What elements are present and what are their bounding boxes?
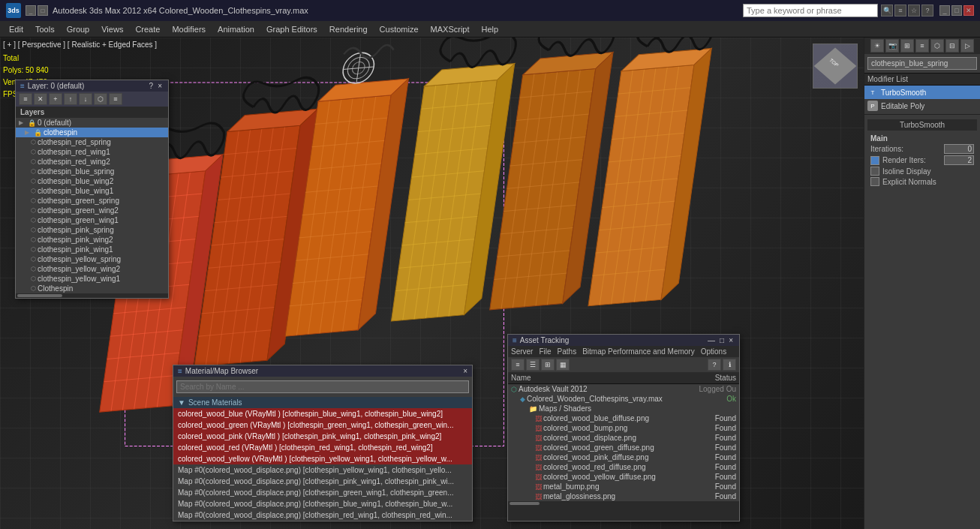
menu-customize[interactable]: Customize [374, 21, 425, 38]
menu-help[interactable]: Help [476, 21, 505, 38]
layer-item-blue-wing2[interactable]: ⬡ clothespin_blue_wing2 [16, 176, 168, 186]
at-menu-paths[interactable]: Paths [558, 347, 577, 356]
at-menu-server[interactable]: Server [511, 347, 533, 356]
rp-btn-layers[interactable]: ≡ [915, 39, 929, 53]
menu-edit[interactable]: Edit [3, 21, 29, 38]
at-btn-help[interactable]: ? [708, 359, 721, 371]
mb-item-5[interactable]: Map #0(colored_wood_displace.png) [cloth… [173, 464, 472, 476]
layers-tool-1[interactable]: ✕ [34, 93, 47, 105]
layers-tool-4[interactable]: ↓ [79, 93, 92, 105]
layer-item-clothespin[interactable]: ▶ 🔒 clothespin [16, 128, 168, 137]
titlebar-close-btn[interactable]: ✕ [963, 5, 974, 16]
at-row-maps-folder[interactable]: 📁 Maps / Shaders [508, 404, 739, 413]
mb-item-0[interactable]: colored_wood_blue (VRayMtl ) [clothespin… [173, 408, 472, 419]
layer-item-yellow-spring[interactable]: ⬡ clothespin_yellow_spring [16, 254, 168, 264]
search-options-icon[interactable]: ≡ [894, 5, 906, 17]
layer-item-green-wing2[interactable]: ⬡ clothespin_green_wing2 [16, 206, 168, 215]
layers-scrollbar[interactable] [16, 293, 168, 298]
iterations-input[interactable] [944, 144, 974, 154]
rp-btn-render[interactable]: ▷ [960, 39, 974, 53]
menu-animation[interactable]: Animation [212, 21, 260, 38]
rp-btn-grid[interactable]: ⊞ [900, 39, 914, 53]
at-row-file-3[interactable]: 🖼 colored_wood_green_diffuse.png Found [508, 443, 739, 452]
layer-item-0[interactable]: ▶ 🔒 0 (default) [16, 118, 168, 128]
mb-item-8[interactable]: Map #0(colored_wood_displace.png) [cloth… [173, 498, 472, 509]
search-icon[interactable]: 🔍 [881, 5, 893, 17]
explicit-checkbox[interactable] [870, 177, 879, 186]
mb-item-3[interactable]: colored_wood_red (VRayMtl ) [clothespin_… [173, 442, 472, 453]
menu-maxscript[interactable]: MAXScript [425, 21, 476, 38]
layer-item-clothespin-obj[interactable]: ⬡ Clothespin [16, 284, 168, 293]
mb-item-9[interactable]: Map #0(colored_wood_displace.png) [cloth… [173, 509, 472, 521]
viewport[interactable]: [ + ] [ Perspective ] [ Realistic + Edge… [0, 38, 864, 529]
menu-views[interactable]: Views [95, 21, 129, 38]
at-row-max[interactable]: ◆ Colored_Wooden_Clothespins_vray.max Ok [508, 394, 739, 404]
layer-item-pink-spring[interactable]: ⬡ clothespin_pink_spring [16, 225, 168, 235]
menu-tools[interactable]: Tools [29, 21, 61, 38]
layer-item-red-wing1[interactable]: ⬡ clothespin_red_wing1 [16, 147, 168, 157]
mb-close-btn[interactable]: × [463, 367, 467, 375]
layer-item-green-wing1[interactable]: ⬡ clothespin_green_wing1 [16, 215, 168, 225]
layers-scroll-thumb[interactable] [17, 294, 62, 297]
rp-btn-wire[interactable]: ⊟ [945, 39, 959, 53]
layer-item-red-wing2[interactable]: ⬡ clothespin_red_wing2 [16, 157, 168, 167]
render-iters-checkbox[interactable] [870, 156, 879, 165]
menu-create[interactable]: Create [129, 21, 166, 38]
rp-btn-sun[interactable]: ☀ [870, 39, 884, 53]
at-row-file-6[interactable]: 🖼 colored_wood_yellow_diffuse.png Found [508, 472, 739, 482]
at-row-file-1[interactable]: 🖼 colored_wood_bump.png Found [508, 423, 739, 433]
at-btn-0[interactable]: ≡ [511, 359, 525, 371]
mb-section-header[interactable]: ▼ Scene Materials [173, 397, 472, 408]
at-row-file-2[interactable]: 🖼 colored_wood_displace.png Found [508, 433, 739, 443]
render-iters-input[interactable] [944, 155, 974, 165]
at-row-file-0[interactable]: 🖼 colored_wood_blue_diffuse.png Found [508, 413, 739, 423]
at-scroll-thumb[interactable] [510, 502, 540, 505]
menu-graph-editors[interactable]: Graph Editors [260, 21, 323, 38]
help-icon[interactable]: ? [921, 5, 933, 17]
menu-modifiers[interactable]: Modifiers [166, 21, 212, 38]
mb-item-2[interactable]: colored_wood_pink (VRayMtl ) [clothespin… [173, 431, 472, 442]
at-row-file-8[interactable]: 🖼 metal_glossiness.png Found [508, 491, 739, 501]
layer-item-pink-wing1[interactable]: ⬡ clothespin_pink_wing1 [16, 245, 168, 254]
isoline-checkbox[interactable] [870, 167, 879, 176]
at-btn-info[interactable]: ℹ [723, 359, 736, 371]
layers-tool-6[interactable]: ≡ [109, 93, 122, 105]
modifier-turbosmooth[interactable]: T TurboSmooth [864, 86, 980, 99]
at-row-file-7[interactable]: 🖼 metal_bump.png Found [508, 482, 739, 491]
restore-win-btn[interactable]: □ [38, 5, 48, 16]
mb-search-input[interactable] [176, 380, 469, 393]
at-close-btn[interactable]: × [727, 336, 735, 344]
layers-question-btn[interactable]: ? [148, 82, 155, 90]
at-minimize-btn[interactable]: — [706, 336, 717, 344]
mb-item-6[interactable]: Map #0(colored_wood_displace.png) [cloth… [173, 476, 472, 487]
titlebar-minimize-btn[interactable]: _ [939, 5, 950, 16]
layers-tool-5[interactable]: ⬡ [94, 93, 107, 105]
layers-close-btn[interactable]: × [156, 82, 164, 90]
at-row-vault[interactable]: ⬡ Autodesk Vault 2012 Logged Ou [508, 384, 739, 394]
rp-btn-geo[interactable]: ⬡ [930, 39, 944, 53]
bookmark-icon[interactable]: ☆ [908, 5, 920, 17]
layers-tool-0[interactable]: ≡ [19, 93, 32, 105]
rp-btn-cam[interactable]: 📷 [885, 39, 899, 53]
layer-item-blue-spring[interactable]: ⬡ clothespin_blue_spring [16, 167, 168, 176]
layer-item-red-spring[interactable]: ⬡ clothespin_red_spring [16, 137, 168, 147]
layer-item-yellow-wing1[interactable]: ⬡ clothespin_yellow_wing1 [16, 274, 168, 284]
layer-item-green-spring[interactable]: ⬡ clothespin_green_spring [16, 196, 168, 206]
at-btn-2[interactable]: ⊞ [541, 359, 555, 371]
layer-item-pink-wing2[interactable]: ⬡ clothespin_pink_wing2 [16, 235, 168, 245]
mb-item-7[interactable]: Map #0(colored_wood_displace.png) [cloth… [173, 487, 472, 498]
modifier-editable-poly[interactable]: P Editable Poly [864, 99, 980, 113]
titlebar-restore-btn[interactable]: □ [951, 5, 962, 16]
at-menu-options[interactable]: Options [701, 347, 726, 356]
at-btn-3[interactable]: ▦ [556, 359, 570, 371]
layer-item-yellow-wing2[interactable]: ⬡ clothespin_yellow_wing2 [16, 264, 168, 274]
at-row-file-4[interactable]: 🖼 colored_wood_pink_diffuse.png Found [508, 452, 739, 462]
menu-rendering[interactable]: Rendering [323, 21, 374, 38]
at-menu-file[interactable]: File [539, 347, 551, 356]
mb-item-1[interactable]: colored_wood_green (VRayMtl ) [clothespi… [173, 419, 472, 431]
at-btn-1[interactable]: ☰ [526, 359, 540, 371]
min-win-btn[interactable]: _ [26, 5, 36, 16]
mb-item-4[interactable]: colored_wood_yellow (VRayMtl ) [clothesp… [173, 453, 472, 464]
layers-tool-3[interactable]: ↑ [64, 93, 77, 105]
layers-tool-2[interactable]: + [49, 93, 62, 105]
